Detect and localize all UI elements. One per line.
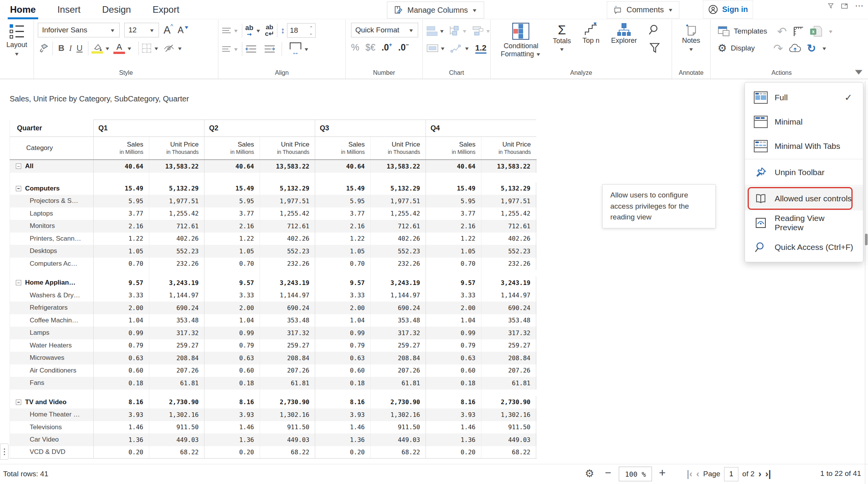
value-cell[interactable]: 449.03: [149, 433, 204, 446]
value-cell[interactable]: 207.26: [149, 364, 204, 377]
value-cell[interactable]: 1.36: [204, 433, 260, 446]
quarter-header-q3[interactable]: Q3: [315, 120, 426, 137]
value-cell[interactable]: 1.05: [204, 245, 260, 258]
value-cell[interactable]: 207.26: [370, 364, 426, 377]
value-cell[interactable]: 3.33: [426, 289, 481, 302]
value-cell[interactable]: 8.16: [204, 396, 260, 409]
value-cell[interactable]: 0.60: [426, 364, 481, 377]
menu-item-minimal-with-tabs[interactable]: Minimal With Tabs: [745, 134, 863, 158]
value-cell[interactable]: 0.63: [204, 352, 260, 364]
value-cell[interactable]: 0.18: [93, 377, 149, 390]
row-label[interactable]: Home Theater …: [10, 408, 93, 421]
chevron-down-icon[interactable]: ▼: [462, 28, 468, 34]
value-cell[interactable]: 0.99: [426, 327, 481, 339]
value-cell[interactable]: 0.63: [426, 352, 481, 364]
value-cell[interactable]: 1.05: [93, 245, 149, 258]
value-cell[interactable]: 5,132.29: [149, 182, 204, 195]
value-cell[interactable]: 0.20: [93, 446, 149, 459]
value-cell[interactable]: 1,977.51: [481, 195, 537, 207]
redo-icon[interactable]: ↷: [773, 42, 783, 55]
value-cell[interactable]: 1.04: [93, 314, 149, 327]
value-cell[interactable]: 353.48: [481, 314, 537, 327]
chevron-down-icon[interactable]: ▼: [828, 29, 834, 34]
collapse-toggle[interactable]: [16, 280, 21, 285]
value-cell[interactable]: 317.32: [260, 327, 315, 339]
value-cell[interactable]: 5.95: [93, 195, 149, 207]
value-cell[interactable]: 3.33: [204, 289, 260, 302]
chevron-down-icon[interactable]: ▼: [821, 46, 827, 51]
value-cell[interactable]: 449.03: [260, 433, 315, 446]
value-cell[interactable]: 1.04: [426, 314, 481, 327]
table-chart-button[interactable]: [427, 44, 438, 52]
value-cell[interactable]: 61.81: [149, 377, 204, 390]
value-cell[interactable]: 3.77: [426, 207, 481, 220]
value-cell[interactable]: 13,583.22: [149, 160, 204, 173]
value-cell[interactable]: 208.84: [370, 352, 426, 364]
value-cell[interactable]: 449.03: [370, 433, 426, 446]
value-cell[interactable]: 5.95: [426, 195, 481, 207]
value-cell[interactable]: 317.32: [149, 327, 204, 339]
quarter-header-q2[interactable]: Q2: [204, 120, 315, 137]
value-cell[interactable]: 402.26: [481, 233, 537, 245]
value-cell[interactable]: 232.26: [149, 258, 204, 270]
tab-home[interactable]: Home: [8, 0, 38, 19]
value-cell[interactable]: 2.16: [426, 220, 481, 233]
value-cell[interactable]: 61.81: [370, 377, 426, 390]
settings-gear-icon[interactable]: ⚙: [585, 467, 594, 480]
row-label[interactable]: Washers & Dry…: [10, 289, 93, 302]
row-label[interactable]: Car Video: [10, 433, 93, 446]
templates-button[interactable]: Templates: [718, 26, 767, 37]
hide-measure-button[interactable]: [163, 44, 175, 53]
zoom-out-button[interactable]: −: [605, 467, 611, 479]
value-cell[interactable]: 1,302.16: [370, 408, 426, 421]
quarter-header-q4[interactable]: Q4: [426, 120, 536, 137]
value-cell[interactable]: 61.81: [260, 377, 315, 390]
decrease-font-size-button[interactable]: A▼: [178, 25, 189, 35]
chevron-down-icon[interactable]: ▼: [304, 46, 309, 52]
value-cell[interactable]: 2,730.90: [149, 396, 204, 409]
comments-button[interactable]: Comments ▼: [607, 1, 679, 19]
value-cell[interactable]: 1,302.16: [481, 408, 537, 421]
horizontal-align-button[interactable]: [221, 45, 231, 53]
value-cell[interactable]: 1.46: [426, 421, 481, 434]
value-cell[interactable]: 911.50: [149, 421, 204, 434]
value-cell[interactable]: 232.26: [370, 258, 426, 270]
value-cell[interactable]: 1,255.42: [481, 207, 537, 220]
row-label[interactable]: Desktops: [10, 245, 93, 258]
row-label[interactable]: Lamps: [10, 327, 93, 339]
explorer-button[interactable]: Explorer: [611, 23, 637, 45]
value-cell[interactable]: 40.64: [93, 160, 149, 173]
value-cell[interactable]: 3.77: [93, 207, 149, 220]
value-cell[interactable]: 1.22: [204, 233, 260, 245]
value-cell[interactable]: 208.84: [149, 352, 204, 364]
row-label[interactable]: Home Applian…: [10, 277, 93, 289]
value-cell[interactable]: 9.57: [204, 277, 260, 289]
chevron-down-icon[interactable]: ▼: [233, 28, 239, 33]
value-cell[interactable]: 3,243.19: [260, 277, 315, 289]
menu-item-unpin-toolbar[interactable]: Unpin Toolbar: [745, 160, 863, 184]
value-cell[interactable]: 1.36: [426, 433, 481, 446]
row-label[interactable]: Coffee Machin…: [10, 314, 93, 327]
row-label[interactable]: Laptops: [10, 207, 93, 220]
more-options-icon[interactable]: ⋯: [855, 1, 864, 11]
display-button[interactable]: ⚙ Display: [718, 43, 755, 54]
font-name-select[interactable]: Inforiver Sans ▼: [38, 23, 120, 37]
focus-mode-icon[interactable]: [841, 3, 848, 9]
sign-in-button[interactable]: Sign in: [703, 0, 753, 19]
waterfall-chart-button[interactable]: [472, 26, 484, 36]
value-cell[interactable]: 0.99: [93, 327, 149, 339]
value-cell[interactable]: 9.57: [315, 277, 370, 289]
ruler-icon[interactable]: [792, 25, 804, 37]
font-size-select[interactable]: 12 ▼: [124, 23, 159, 37]
value-cell[interactable]: 40.64: [315, 160, 370, 173]
value-cell[interactable]: 0.79: [315, 339, 370, 352]
value-cell[interactable]: 1.05: [315, 245, 370, 258]
value-cell[interactable]: 1,255.42: [260, 207, 315, 220]
value-cell[interactable]: 3,243.19: [370, 277, 426, 289]
undo-icon[interactable]: ↶: [777, 25, 787, 38]
zoom-level-value[interactable]: 100 %: [619, 467, 652, 481]
value-cell[interactable]: 15.49: [426, 182, 481, 195]
tab-insert[interactable]: Insert: [55, 0, 83, 19]
value-cell[interactable]: 317.32: [481, 327, 537, 339]
value-cell[interactable]: 8.16: [315, 396, 370, 409]
